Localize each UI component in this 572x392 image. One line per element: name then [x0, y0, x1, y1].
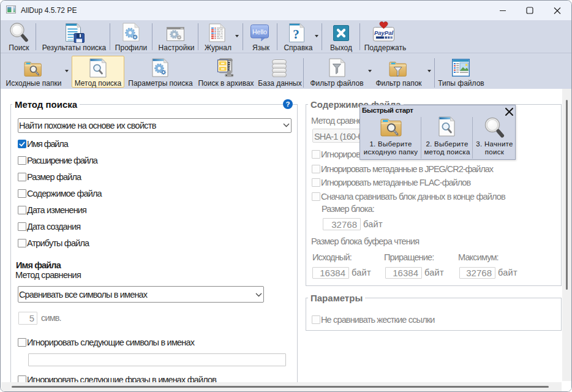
svg-text:PayPal: PayPal — [374, 29, 394, 36]
svg-text:Hello: Hello — [252, 28, 267, 36]
svg-text:?: ? — [293, 27, 299, 42]
